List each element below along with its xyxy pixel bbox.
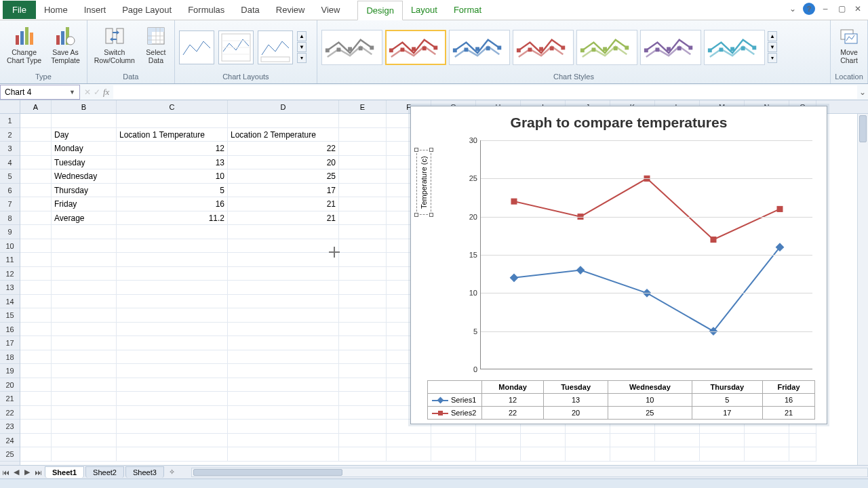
- cell-C11[interactable]: [117, 253, 228, 267]
- cell-A10[interactable]: [20, 239, 52, 253]
- cell-B15[interactable]: [52, 308, 117, 323]
- cell-D16[interactable]: [228, 323, 339, 337]
- cell-D12[interactable]: [228, 267, 339, 281]
- row-header-22[interactable]: 22: [0, 406, 20, 420]
- cell-E10[interactable]: [339, 239, 387, 253]
- row-header-4[interactable]: 4: [0, 156, 20, 170]
- cell-B8[interactable]: Average: [52, 211, 117, 226]
- row-header-21[interactable]: 21: [0, 392, 20, 406]
- vertical-scrollbar[interactable]: [857, 114, 868, 465]
- cell-E23[interactable]: [339, 420, 387, 434]
- column-header-A[interactable]: A: [20, 100, 52, 113]
- sheet-tab-sheet2[interactable]: Sheet2: [85, 466, 124, 478]
- cell-A21[interactable]: [20, 392, 52, 406]
- cell-C17[interactable]: [117, 336, 228, 350]
- cell-B25[interactable]: [52, 447, 117, 462]
- cell-B11[interactable]: [52, 253, 117, 267]
- cell-L24[interactable]: [655, 434, 700, 448]
- cell-B23[interactable]: [52, 420, 117, 434]
- cell-B5[interactable]: Wednesday: [52, 169, 117, 184]
- cell-F24[interactable]: [387, 434, 431, 448]
- cell-D20[interactable]: [228, 378, 339, 392]
- cell-E11[interactable]: [339, 253, 387, 267]
- cell-B6[interactable]: Thursday: [52, 184, 117, 198]
- column-header-E[interactable]: E: [339, 100, 387, 113]
- window-close-icon[interactable]: ✕: [852, 3, 864, 15]
- cell-C5[interactable]: 10: [117, 169, 228, 184]
- cell-A6[interactable]: [20, 184, 52, 198]
- cell-J24[interactable]: [566, 434, 610, 448]
- ribbon-minimize-icon[interactable]: ⌄: [787, 3, 799, 15]
- row-header-14[interactable]: 14: [0, 295, 20, 309]
- move-chart-button[interactable]: Move Chart: [835, 23, 863, 66]
- embedded-chart[interactable]: Graph to compare temperatures 0510152025…: [410, 106, 827, 424]
- y-axis-title[interactable]: Temperature (c): [416, 150, 431, 215]
- row-header-24[interactable]: 24: [0, 434, 20, 448]
- cell-E15[interactable]: [339, 308, 387, 323]
- cell-A23[interactable]: [20, 420, 52, 434]
- cell-N24[interactable]: [745, 434, 789, 448]
- cell-A4[interactable]: [20, 156, 52, 170]
- cell-B7[interactable]: Friday: [52, 197, 117, 211]
- cell-C13[interactable]: [117, 281, 228, 295]
- row-header-15[interactable]: 15: [0, 308, 20, 323]
- tab-layout[interactable]: Layout: [403, 1, 446, 20]
- cell-B16[interactable]: [52, 323, 117, 337]
- fx-icon[interactable]: fx: [103, 87, 109, 98]
- cell-B4[interactable]: Tuesday: [52, 156, 117, 170]
- cell-D19[interactable]: [228, 364, 339, 378]
- formula-input[interactable]: [113, 85, 857, 99]
- cell-D23[interactable]: [228, 420, 339, 434]
- cell-A25[interactable]: [20, 447, 52, 462]
- cell-L25[interactable]: [655, 447, 700, 462]
- row-header-7[interactable]: 7: [0, 197, 20, 211]
- cell-K24[interactable]: [610, 434, 655, 448]
- cell-B20[interactable]: [52, 378, 117, 392]
- window-minimize-icon[interactable]: –: [819, 3, 831, 15]
- style-gallery-expand[interactable]: ▾: [768, 53, 777, 63]
- column-header-C[interactable]: C: [117, 100, 228, 113]
- chart-style-1[interactable]: [321, 30, 382, 65]
- chart-layout-2[interactable]: [218, 30, 254, 64]
- chart-layout-3[interactable]: [258, 30, 293, 64]
- cell-H24[interactable]: [476, 434, 521, 448]
- cell-C16[interactable]: [117, 323, 228, 337]
- cell-E16[interactable]: [339, 323, 387, 337]
- cell-D13[interactable]: [228, 281, 339, 295]
- horizontal-scrollbar[interactable]: [191, 468, 868, 477]
- cell-N25[interactable]: [745, 447, 789, 462]
- cell-A24[interactable]: [20, 434, 52, 448]
- chart-layout-1[interactable]: [179, 30, 214, 64]
- cell-D10[interactable]: [228, 239, 339, 253]
- cell-D9[interactable]: [228, 225, 339, 239]
- cell-D17[interactable]: [228, 336, 339, 350]
- cell-B3[interactable]: Monday: [52, 142, 117, 156]
- row-header-2[interactable]: 2: [0, 128, 20, 142]
- cell-D18[interactable]: [228, 350, 339, 365]
- cell-M25[interactable]: [700, 447, 745, 462]
- cell-E17[interactable]: [339, 336, 387, 350]
- chart-style-2[interactable]: [385, 30, 446, 65]
- cell-C21[interactable]: [117, 392, 228, 406]
- cell-A22[interactable]: [20, 406, 52, 420]
- chart-style-5[interactable]: [576, 30, 637, 65]
- cell-B9[interactable]: [52, 225, 117, 239]
- cell-A13[interactable]: [20, 281, 52, 295]
- cell-A7[interactable]: [20, 197, 52, 211]
- name-box[interactable]: Chart 4 ▼: [0, 85, 80, 100]
- cell-C15[interactable]: [117, 308, 228, 323]
- cell-D11[interactable]: [228, 253, 339, 267]
- cell-A19[interactable]: [20, 364, 52, 378]
- cell-A18[interactable]: [20, 350, 52, 365]
- cell-E3[interactable]: [339, 142, 387, 156]
- cell-E25[interactable]: [339, 447, 387, 462]
- cell-C23[interactable]: [117, 420, 228, 434]
- cell-E6[interactable]: [339, 184, 387, 198]
- name-box-dropdown-icon[interactable]: ▼: [69, 89, 75, 96]
- cell-D4[interactable]: 20: [228, 156, 339, 170]
- cell-I24[interactable]: [521, 434, 566, 448]
- tab-insert[interactable]: Insert: [76, 1, 115, 19]
- cell-C4[interactable]: 13: [117, 156, 228, 170]
- row-header-18[interactable]: 18: [0, 350, 20, 365]
- cell-C2[interactable]: Location 1 Temperature: [117, 128, 228, 142]
